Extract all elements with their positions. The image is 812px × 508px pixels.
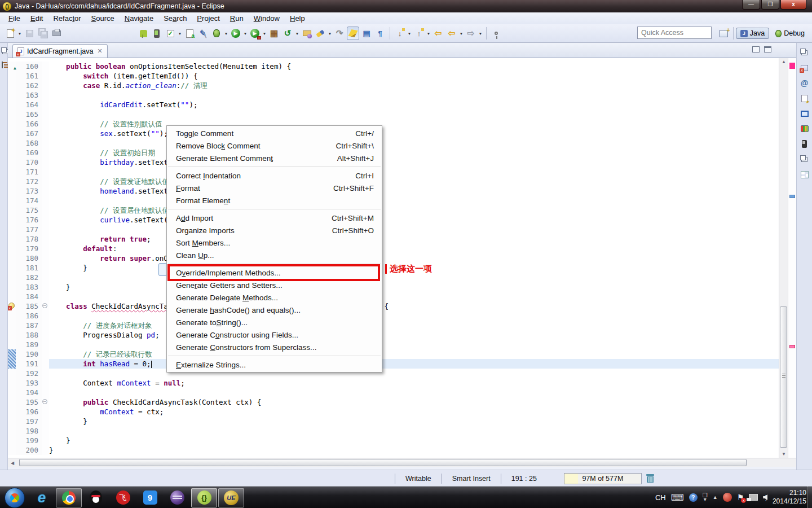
- restore-button[interactable]: ❐: [761, 0, 779, 10]
- code-line-173[interactable]: 173 homeland.setText("");: [8, 186, 779, 196]
- code-line-178[interactable]: 178 return true;: [8, 234, 779, 244]
- declaration-view-icon[interactable]: [800, 93, 810, 103]
- checkbox-task-icon[interactable]: ✓: [164, 27, 176, 40]
- context-menu-item-organize-imports[interactable]: Organize ImportsCtrl+Shift+O: [167, 224, 382, 237]
- taskbar-internet-explorer[interactable]: e: [29, 488, 55, 507]
- taskbar-blue-app[interactable]: 9: [137, 488, 163, 507]
- scroll-down-icon[interactable]: ▼: [782, 452, 786, 457]
- security-tray-icon[interactable]: [723, 493, 732, 502]
- scroll-up-icon[interactable]: ▲: [782, 59, 786, 64]
- minimize-button[interactable]: —: [742, 0, 760, 10]
- maximize-view-icon[interactable]: [764, 46, 771, 52]
- new-wizard-dropdown-icon[interactable]: ▼: [17, 27, 23, 40]
- debug-perspective-button[interactable]: Debug: [771, 28, 809, 38]
- code-line-200[interactable]: 200}: [8, 445, 779, 455]
- close-button[interactable]: x: [780, 0, 806, 10]
- run-dropdown-icon[interactable]: ▼: [242, 27, 248, 40]
- save-all-icon[interactable]: [37, 27, 49, 40]
- forward-dropdown-icon[interactable]: ▼: [478, 27, 483, 40]
- language-indicator[interactable]: CH: [655, 493, 666, 502]
- code-line-199[interactable]: 199 }: [8, 436, 779, 445]
- previous-annotation-dropdown-icon[interactable]: ▼: [426, 27, 431, 40]
- save-icon[interactable]: [23, 27, 36, 40]
- code-line-193[interactable]: 193 Context mContext = null;: [8, 378, 779, 388]
- code-line-189[interactable]: 189: [8, 340, 779, 349]
- forward-icon[interactable]: ⇨: [465, 27, 477, 40]
- tab-close-icon[interactable]: ✕: [96, 47, 102, 55]
- clock[interactable]: 21:10 2014/12/15: [773, 489, 806, 506]
- minimize-view-icon[interactable]: [752, 46, 760, 52]
- volume-icon[interactable]: ): [763, 494, 767, 501]
- context-menu-item-generate-tostring[interactable]: Generate toString()...: [167, 316, 382, 329]
- show-selected-element-only-icon[interactable]: ▤: [360, 27, 373, 40]
- code-line-176[interactable]: 176 curlive.setText("");: [8, 215, 779, 225]
- run-icon[interactable]: ▶: [230, 27, 242, 40]
- taskbar-qq[interactable]: [83, 488, 109, 507]
- code-line-160[interactable]: 160▲ public boolean onOptionsItemSelecte…: [8, 62, 779, 71]
- vertical-scroll-thumb[interactable]: [780, 306, 787, 448]
- code-line-197[interactable]: 197 }: [8, 417, 779, 426]
- mark-occurrences-icon[interactable]: [347, 27, 359, 40]
- scroll-left-icon[interactable]: ◀: [11, 461, 14, 466]
- code-line-190[interactable]: 190 // 记录已经读取行数: [8, 349, 779, 359]
- code-line-168[interactable]: 168: [8, 138, 779, 148]
- overview-error-marker[interactable]: [789, 63, 795, 69]
- checkbox-task-dropdown-icon[interactable]: ▼: [177, 27, 183, 40]
- code-line-171[interactable]: 171: [8, 167, 779, 177]
- code-line-195[interactable]: 195– public CheckIdCardAsyncTask(Context…: [8, 397, 779, 407]
- context-menu-item-generate-constructor-using-fields[interactable]: Generate Constructor using Fields...: [167, 329, 382, 341]
- next-annotation-dropdown-icon[interactable]: ▼: [407, 27, 412, 40]
- context-menu-item-externalize-strings[interactable]: Externalize Strings...: [167, 358, 382, 371]
- code-line-169[interactable]: 169 // 设置初始日期: [8, 148, 779, 157]
- show-desktop-button[interactable]: [807, 487, 812, 508]
- code-line-198[interactable]: 198: [8, 426, 779, 436]
- menu-navigate[interactable]: Navigate: [120, 13, 158, 24]
- code-line-187[interactable]: 187 // 进度条对话框对象: [8, 321, 779, 330]
- context-menu-item-add-import[interactable]: Add ImportCtrl+Shift+M: [167, 212, 382, 224]
- menu-window[interactable]: Window: [249, 13, 285, 24]
- context-menu-item-generate-element-comment[interactable]: Generate Element CommentAlt+Shift+J: [167, 152, 382, 164]
- code-line-185[interactable]: 185– class CheckIdCardAsyncTask extends …: [8, 301, 779, 311]
- code-line-179[interactable]: 179 default:: [8, 244, 779, 253]
- taskbar-red-messenger-app[interactable]: 飞: [110, 488, 136, 507]
- coverage-icon[interactable]: ▦: [268, 27, 280, 40]
- context-menu-item-override-implement-methods[interactable]: Override/Implement Methods...: [167, 266, 382, 279]
- code-line-162[interactable]: 162 case R.id.action_clean:// 清理: [8, 81, 779, 90]
- run-external-icon[interactable]: ▶: [249, 27, 261, 40]
- code-line-186[interactable]: 186: [8, 311, 779, 321]
- context-menu-item-sort-members[interactable]: Sort Members...: [167, 237, 382, 249]
- restore-pane-icon[interactable]: [800, 154, 810, 164]
- code-line-165[interactable]: 165: [8, 110, 779, 119]
- horizontal-scrollbar[interactable]: ◀: [8, 458, 796, 467]
- context-menu-item-generate-delegate-methods[interactable]: Generate Delegate Methods...: [167, 291, 382, 304]
- debug-icon[interactable]: [210, 27, 223, 40]
- code-line-192[interactable]: 192: [8, 369, 779, 378]
- help-tray-icon[interactable]: ?: [689, 493, 698, 502]
- logcat-view-icon[interactable]: [800, 124, 810, 134]
- quick-access-input[interactable]: [637, 27, 712, 39]
- external-tools-icon[interactable]: ↺: [281, 27, 294, 40]
- menu-search[interactable]: Search: [158, 13, 192, 24]
- overview-ruler[interactable]: [788, 58, 796, 458]
- back-icon[interactable]: ⇦: [445, 27, 458, 40]
- taskbar-start-button[interactable]: [5, 488, 25, 508]
- menu-file[interactable]: File: [3, 13, 25, 24]
- next-annotation-icon[interactable]: ↓: [394, 27, 406, 40]
- taskbar-ultraedit[interactable]: UE: [218, 488, 244, 507]
- last-edit-location-icon[interactable]: ⇦: [432, 27, 444, 40]
- next-change-icon[interactable]: ↷: [333, 27, 346, 40]
- android-virtual-device-manager-icon[interactable]: [151, 27, 163, 40]
- menu-run[interactable]: Run: [225, 13, 249, 24]
- menu-source[interactable]: Source: [86, 13, 120, 24]
- open-type-icon[interactable]: [301, 27, 313, 40]
- show-whitespace-icon[interactable]: ¶: [374, 27, 386, 40]
- network-icon[interactable]: [749, 494, 758, 501]
- console-view-icon[interactable]: [800, 108, 810, 119]
- garbage-collect-icon[interactable]: [646, 474, 654, 483]
- search-flashlight-icon[interactable]: [314, 27, 326, 40]
- debug-dropdown-icon[interactable]: ▼: [223, 27, 229, 40]
- code-line-164[interactable]: 164 idCardEdit.setText("");: [8, 100, 779, 110]
- code-line-188[interactable]: 188 ProgressDialog pd;: [8, 330, 779, 340]
- code-line-161[interactable]: 161 switch (item.getItemId()) {: [8, 71, 779, 81]
- code-line-163[interactable]: 163: [8, 90, 779, 100]
